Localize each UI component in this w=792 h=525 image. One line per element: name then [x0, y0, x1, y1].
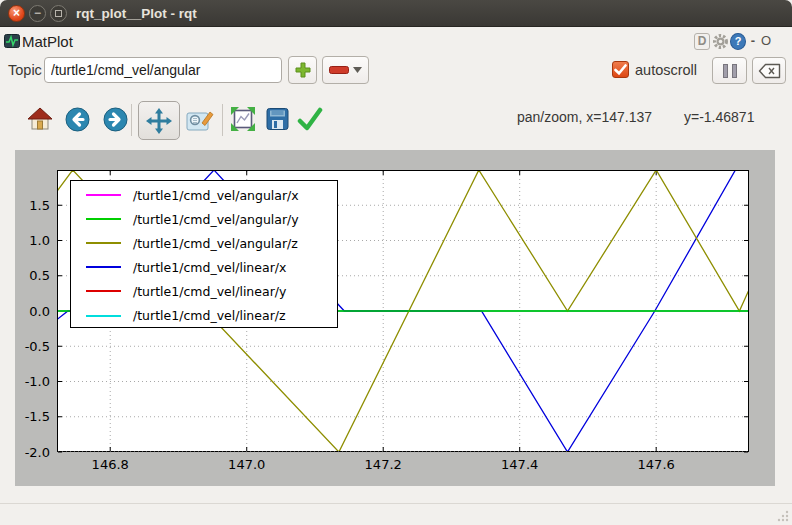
- legend-label: /turtle1/cmd_vel/angular/y: [133, 212, 299, 227]
- resize-grip-icon[interactable]: [776, 509, 789, 522]
- checkbox-check-icon: [614, 64, 627, 75]
- legend-line-sample: [86, 242, 121, 244]
- subplots-button[interactable]: [230, 106, 256, 132]
- back-icon: [65, 107, 90, 132]
- svg-text:1.5: 1.5: [29, 198, 50, 213]
- forward-button[interactable]: [103, 107, 128, 132]
- plugin-header: MatPlot D ? - O: [0, 29, 792, 55]
- maximize-window-button[interactable]: [50, 5, 67, 22]
- chevron-down-icon: [353, 67, 362, 73]
- rqt-window: × − rqt_plot__Plot - rqt MatPlot D ? - O…: [0, 0, 792, 525]
- svg-text:-1.0: -1.0: [25, 374, 50, 389]
- svg-text:0.0: 0.0: [29, 304, 50, 319]
- plugin-title: MatPlot: [22, 29, 73, 55]
- save-button[interactable]: [264, 106, 290, 132]
- svg-text:147.4: 147.4: [501, 457, 538, 472]
- remove-topic-button[interactable]: [322, 56, 369, 84]
- checkmark-icon: [297, 106, 323, 132]
- clear-button[interactable]: [752, 57, 786, 84]
- home-button[interactable]: [27, 106, 53, 132]
- toolbar-separator: [222, 104, 223, 136]
- status-coordinates-y: y=-1.46871: [684, 109, 754, 125]
- legend-label: /turtle1/cmd_vel/angular/x: [133, 188, 299, 203]
- waveform-icon: [4, 33, 20, 49]
- autoscroll-checkbox[interactable]: [612, 61, 629, 78]
- topic-label: Topic: [8, 56, 42, 84]
- svg-text:146.8: 146.8: [92, 457, 129, 472]
- pause-button[interactable]: [712, 57, 747, 84]
- svg-text:1.0: 1.0: [29, 233, 50, 248]
- collapse-icon[interactable]: -: [748, 33, 758, 50]
- save-icon: [264, 106, 290, 132]
- svg-text:-2.0: -2.0: [25, 445, 50, 460]
- autoscroll-label: autoscroll: [635, 56, 697, 84]
- legend-item: /turtle1/cmd_vel/angular/z: [71, 231, 337, 255]
- add-topic-button[interactable]: [288, 56, 317, 84]
- legend-line-sample: [86, 290, 121, 292]
- legend-item: /turtle1/cmd_vel/linear/z: [71, 303, 337, 327]
- zoom-rect-button[interactable]: [186, 108, 215, 133]
- statusbar-separator: [0, 503, 792, 504]
- float-icon[interactable]: O: [760, 33, 772, 50]
- apply-button[interactable]: [297, 106, 323, 132]
- maximize-icon: [55, 10, 62, 17]
- topic-input[interactable]: [44, 57, 282, 83]
- toolbar-separator: [131, 104, 132, 136]
- pan-button[interactable]: [138, 101, 180, 140]
- legend-line-sample: [86, 194, 121, 196]
- detach-icon[interactable]: D: [694, 33, 710, 50]
- legend-label: /turtle1/cmd_vel/linear/y: [133, 284, 286, 299]
- status-coordinates-x: pan/zoom, x=147.137: [517, 109, 652, 125]
- close-window-button[interactable]: ×: [8, 5, 25, 22]
- pause-icon: [723, 64, 728, 78]
- svg-text:0.5: 0.5: [29, 268, 50, 283]
- forward-icon: [103, 107, 128, 132]
- legend-item: /turtle1/cmd_vel/linear/x: [71, 255, 337, 279]
- back-button[interactable]: [65, 107, 90, 132]
- svg-text:-1.5: -1.5: [25, 409, 50, 424]
- plot-legend: /turtle1/cmd_vel/angular/x/turtle1/cmd_v…: [70, 180, 338, 328]
- legend-label: /turtle1/cmd_vel/linear/x: [133, 260, 286, 275]
- home-icon: [27, 106, 53, 132]
- legend-label: /turtle1/cmd_vel/linear/z: [133, 308, 286, 323]
- legend-line-sample: [86, 315, 121, 317]
- legend-line-sample: [86, 266, 121, 268]
- legend-line-sample: [86, 218, 121, 220]
- zoom-rect-icon: [186, 108, 215, 133]
- subplots-icon: [230, 106, 256, 132]
- svg-text:147.2: 147.2: [365, 457, 402, 472]
- svg-text:147.6: 147.6: [638, 457, 675, 472]
- legend-label: /turtle1/cmd_vel/angular/z: [133, 236, 298, 251]
- legend-item: /turtle1/cmd_vel/angular/y: [71, 207, 337, 231]
- titlebar[interactable]: × − rqt_plot__Plot - rqt: [0, 0, 792, 27]
- plus-icon: [294, 61, 312, 79]
- svg-text:147.0: 147.0: [228, 457, 265, 472]
- minus-icon: [329, 66, 349, 74]
- window-title: rqt_plot__Plot - rqt: [76, 0, 197, 27]
- move-icon: [145, 107, 173, 135]
- backspace-icon: [758, 63, 781, 79]
- plot-canvas[interactable]: 146.8147.0147.2147.4147.61.51.00.50.0-0.…: [15, 150, 775, 486]
- legend-item: /turtle1/cmd_vel/linear/y: [71, 279, 337, 303]
- legend-item: /turtle1/cmd_vel/angular/x: [71, 183, 337, 207]
- gear-icon[interactable]: [712, 33, 729, 50]
- minimize-window-button[interactable]: −: [29, 5, 46, 22]
- svg-text:-0.5: -0.5: [25, 339, 50, 354]
- help-icon[interactable]: ?: [730, 33, 746, 50]
